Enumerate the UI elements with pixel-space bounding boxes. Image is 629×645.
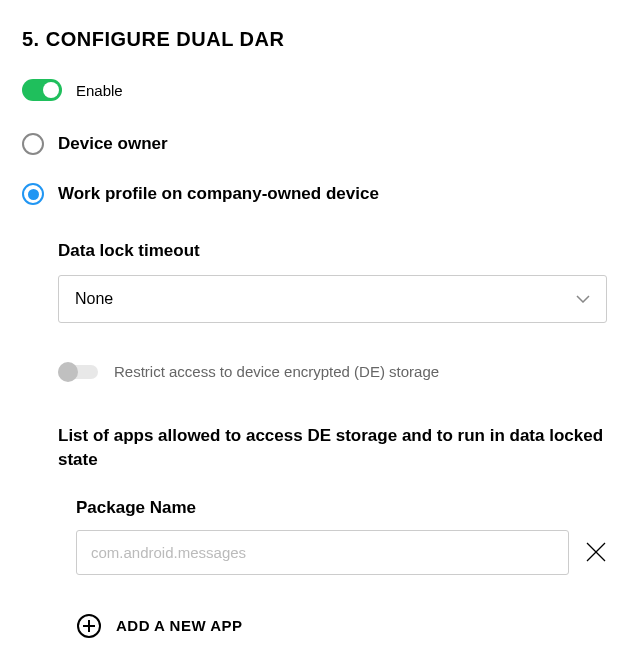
section-title: 5. CONFIGURE DUAL DAR: [22, 28, 607, 51]
package-name-label: Package Name: [76, 498, 607, 518]
chevron-down-icon: [576, 295, 590, 303]
add-app-label: ADD A NEW APP: [116, 617, 243, 634]
toggle-knob-off: [58, 362, 78, 382]
data-lock-label: Data lock timeout: [58, 241, 607, 261]
enable-row: Enable: [22, 79, 607, 101]
toggle-knob: [43, 82, 59, 98]
data-lock-select[interactable]: None: [58, 275, 607, 323]
package-input-row: [76, 530, 607, 575]
data-lock-value: None: [75, 290, 113, 308]
radio-circle-selected-icon: [22, 183, 44, 205]
plus-circle-icon: [76, 613, 102, 639]
radio-device-owner[interactable]: Device owner: [22, 133, 607, 155]
restrict-label: Restrict access to device encrypted (DE)…: [114, 363, 439, 380]
enable-label: Enable: [76, 82, 123, 99]
package-name-input[interactable]: [76, 530, 569, 575]
package-section: Package Name ADD A NEW APP: [58, 498, 607, 639]
restrict-row: Restrict access to device encrypted (DE)…: [58, 363, 607, 380]
radio-work-profile[interactable]: Work profile on company-owned device: [22, 183, 607, 205]
section-heading: CONFIGURE DUAL DAR: [46, 28, 285, 50]
close-icon[interactable]: [585, 541, 607, 563]
work-profile-subsection: Data lock timeout None Restrict access t…: [22, 241, 607, 639]
enable-toggle[interactable]: [22, 79, 62, 101]
work-profile-label: Work profile on company-owned device: [58, 184, 379, 204]
radio-dot-icon: [28, 189, 39, 200]
app-list-heading: List of apps allowed to access DE storag…: [58, 424, 607, 472]
add-app-button[interactable]: ADD A NEW APP: [76, 613, 607, 639]
device-owner-label: Device owner: [58, 134, 168, 154]
restrict-toggle[interactable]: [58, 365, 98, 379]
radio-circle-icon: [22, 133, 44, 155]
section-number: 5.: [22, 28, 40, 50]
